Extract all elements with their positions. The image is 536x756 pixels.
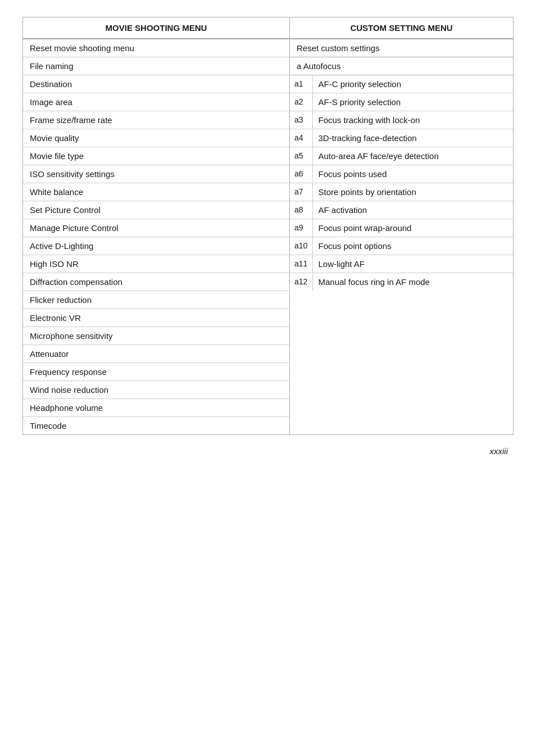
main-container: MOVIE SHOOTING MENU Reset movie shooting… (22, 17, 514, 435)
af-label: AF-S priority selection (312, 93, 513, 111)
af-label: Focus tracking with lock-on (312, 111, 513, 129)
af-table-row[interactable]: a11 Low-light AF (290, 255, 513, 273)
left-menu-item[interactable]: Wind noise reduction (23, 381, 289, 399)
af-table-row[interactable]: a10 Focus point options (290, 237, 513, 255)
af-code: a7 (290, 183, 312, 201)
left-menu-item[interactable]: Microphone sensitivity (23, 327, 289, 345)
af-code: a1 (290, 75, 312, 93)
left-menu-item[interactable]: Electronic VR (23, 309, 289, 327)
right-panel-header: CUSTOM SETTING MENU (290, 17, 513, 39)
af-table-row[interactable]: a6 Focus points used (290, 165, 513, 183)
left-panel: MOVIE SHOOTING MENU Reset movie shooting… (23, 17, 290, 434)
autofocus-header: a Autofocus (290, 57, 513, 75)
af-table: a1 AF-C priority selection a2 AF-S prior… (290, 75, 513, 291)
af-label: Focus points used (312, 165, 513, 183)
right-panel: CUSTOM SETTING MENU Reset custom setting… (290, 17, 513, 434)
page-number: xxxiii (22, 435, 514, 459)
left-menu-item[interactable]: Set Picture Control (23, 201, 289, 219)
custom-reset-item[interactable]: Reset custom settings (290, 39, 513, 57)
left-menu-item[interactable]: ISO sensitivity settings (23, 165, 289, 183)
af-code: a3 (290, 111, 312, 129)
af-label: AF-C priority selection (312, 75, 513, 93)
af-table-row[interactable]: a8 AF activation (290, 201, 513, 219)
left-menu-list: Reset movie shooting menuFile namingDest… (23, 39, 289, 434)
af-label: Focus point options (312, 237, 513, 255)
af-label: Auto-area AF face/eye detection (312, 147, 513, 165)
af-label: AF activation (312, 201, 513, 219)
af-code: a10 (290, 237, 312, 255)
left-menu-item[interactable]: Attenuator (23, 345, 289, 363)
af-code: a9 (290, 219, 312, 237)
af-table-row[interactable]: a5 Auto-area AF face/eye detection (290, 147, 513, 165)
af-label: Focus point wrap-around (312, 219, 513, 237)
af-code: a12 (290, 273, 312, 291)
af-code: a11 (290, 255, 312, 273)
left-menu-item[interactable]: Diffraction compensation (23, 273, 289, 291)
af-label: 3D-tracking face-detection (312, 129, 513, 147)
left-menu-item[interactable]: Reset movie shooting menu (23, 39, 289, 57)
af-table-row[interactable]: a4 3D-tracking face-detection (290, 129, 513, 147)
left-menu-item[interactable]: Movie quality (23, 129, 289, 147)
af-table-row[interactable]: a12 Manual focus ring in AF mode (290, 273, 513, 291)
af-table-row[interactable]: a7 Store points by orientation (290, 183, 513, 201)
af-code: a4 (290, 129, 312, 147)
af-table-row[interactable]: a9 Focus point wrap-around (290, 219, 513, 237)
left-menu-item[interactable]: Frame size/frame rate (23, 111, 289, 129)
af-table-row[interactable]: a1 AF-C priority selection (290, 75, 513, 93)
af-label: Manual focus ring in AF mode (312, 273, 513, 291)
af-code: a8 (290, 201, 312, 219)
left-menu-item[interactable]: Manage Picture Control (23, 219, 289, 237)
left-menu-item[interactable]: Flicker reduction (23, 291, 289, 309)
left-menu-item[interactable]: White balance (23, 183, 289, 201)
left-menu-item[interactable]: Active D-Lighting (23, 237, 289, 255)
left-menu-item[interactable]: Frequency response (23, 363, 289, 381)
left-menu-item[interactable]: Timecode (23, 417, 289, 434)
af-label: Low-light AF (312, 255, 513, 273)
left-panel-header: MOVIE SHOOTING MENU (23, 17, 289, 39)
af-table-row[interactable]: a3 Focus tracking with lock-on (290, 111, 513, 129)
af-label: Store points by orientation (312, 183, 513, 201)
left-menu-item[interactable]: File naming (23, 57, 289, 75)
left-menu-item[interactable]: Headphone volume (23, 399, 289, 417)
af-table-row[interactable]: a2 AF-S priority selection (290, 93, 513, 111)
left-menu-item[interactable]: High ISO NR (23, 255, 289, 273)
af-code: a2 (290, 93, 312, 111)
left-menu-item[interactable]: Destination (23, 75, 289, 93)
left-menu-item[interactable]: Image area (23, 93, 289, 111)
af-code: a6 (290, 165, 312, 183)
af-code: a5 (290, 147, 312, 165)
left-menu-item[interactable]: Movie file type (23, 147, 289, 165)
